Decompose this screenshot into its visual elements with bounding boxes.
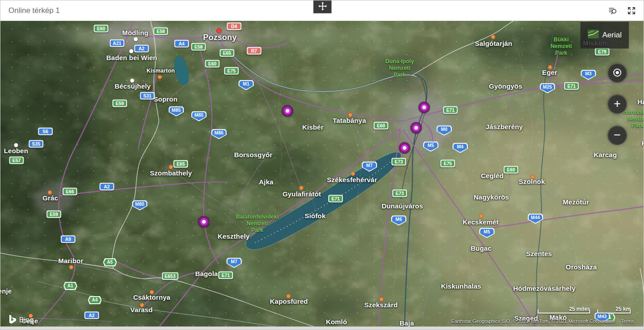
city-label: Grác bbox=[43, 194, 58, 202]
city-label: Kiskunhalas bbox=[441, 282, 482, 290]
city-label: Gyulafirátót bbox=[283, 190, 321, 198]
road-shield-label: A5 bbox=[104, 259, 116, 265]
road-shield: S35 bbox=[29, 140, 44, 148]
road-shield: M80 bbox=[132, 200, 147, 211]
widget-title: Online térkép 1 bbox=[8, 6, 60, 15]
road-shield-label: M7 bbox=[227, 259, 241, 267]
map-style-button[interactable]: Aerial bbox=[580, 22, 629, 49]
road-shield-label: M5 bbox=[480, 229, 494, 237]
city-dot bbox=[216, 28, 222, 33]
road-shield: M25 bbox=[540, 83, 555, 94]
map-pin-marker[interactable] bbox=[282, 106, 293, 116]
road-shield: E73 bbox=[392, 158, 406, 166]
road-shield: M3 bbox=[581, 70, 596, 80]
city-label: Salgótarján bbox=[475, 40, 512, 47]
road-shield: E653 bbox=[162, 273, 178, 280]
city-label: Baja bbox=[400, 319, 414, 327]
road-shield: E71 bbox=[443, 106, 458, 114]
road-shield: E60 bbox=[205, 60, 220, 68]
city-label: Orosháza bbox=[566, 263, 597, 271]
road-shield-label: M0 bbox=[437, 126, 451, 135]
scale-miles-bar bbox=[538, 311, 590, 314]
city-label: Komló bbox=[326, 318, 347, 326]
map-thumbnail-icon bbox=[587, 29, 599, 41]
city-dot bbox=[351, 171, 355, 176]
map-pin-marker[interactable] bbox=[399, 143, 410, 153]
city-dot bbox=[150, 290, 154, 294]
road-shield-label: M1 bbox=[239, 81, 253, 90]
road-shield-label: M44 bbox=[529, 215, 542, 223]
bing-logo-icon bbox=[8, 314, 16, 326]
road-shield: M0 bbox=[437, 126, 452, 136]
road-shield: A9 bbox=[61, 236, 76, 243]
road-shield: M85 bbox=[191, 111, 207, 122]
bing-logo-text: Bing bbox=[19, 316, 33, 324]
road-shield: M7 bbox=[362, 162, 377, 172]
city-label: Kecskemét bbox=[462, 218, 498, 226]
city-label: Ajka bbox=[259, 178, 274, 186]
road-shield: E65 bbox=[220, 49, 235, 57]
map-style-label: Aerial bbox=[602, 31, 621, 40]
road-shield: E58 bbox=[154, 28, 168, 35]
map-pin-marker[interactable] bbox=[411, 122, 421, 133]
city-dot bbox=[130, 79, 134, 83]
titlebar-icons bbox=[607, 5, 637, 16]
city-label: Nagykőrös bbox=[474, 193, 509, 201]
city-label: Borsosgyőr bbox=[234, 151, 272, 159]
locate-me-button[interactable] bbox=[608, 63, 627, 83]
road-shield: A21 bbox=[110, 40, 125, 47]
bing-logo[interactable]: Bing bbox=[8, 314, 33, 326]
city-label: Pozsony bbox=[203, 33, 236, 42]
road-shield-label: M4 bbox=[454, 144, 467, 152]
road-shield: E71 bbox=[219, 272, 233, 279]
city-label: Bugac bbox=[471, 244, 492, 252]
map-canvas[interactable]: MödlingBaden bei WienBécsújhelyPozsonyKi… bbox=[0, 21, 644, 327]
city-dot bbox=[134, 37, 138, 41]
city-label: Cegléd bbox=[481, 172, 503, 179]
zoom-in-button[interactable]: + bbox=[608, 94, 627, 114]
road-shield: A1 bbox=[64, 282, 77, 290]
drag-handle[interactable] bbox=[313, 0, 332, 13]
city-label: Maribor bbox=[58, 257, 83, 265]
city-dot bbox=[491, 35, 495, 39]
city-label: Eger bbox=[542, 69, 557, 76]
road-shield: A5 bbox=[103, 258, 117, 266]
city-label: Szekszárd bbox=[364, 301, 397, 309]
road-shield: E65 bbox=[174, 160, 188, 168]
park-label: Bükki Nemzeti Park bbox=[551, 37, 572, 56]
road-shield: E75 bbox=[441, 160, 455, 167]
city-dot bbox=[299, 186, 304, 190]
road-shield: M7 bbox=[227, 258, 242, 268]
terms-link[interactable]: Terms bbox=[621, 318, 634, 324]
city-label: enje bbox=[0, 287, 12, 295]
city-label: Kaposfüred bbox=[270, 297, 308, 305]
zoom-out-button[interactable]: − bbox=[608, 126, 627, 145]
minus-icon: − bbox=[614, 129, 621, 141]
road-shield: D4 bbox=[227, 23, 242, 30]
city-dot bbox=[348, 113, 352, 117]
map-pin-marker[interactable] bbox=[419, 102, 429, 113]
road-shield-label: M85 bbox=[192, 112, 206, 121]
road-shield: A2 bbox=[85, 312, 99, 319]
map-widget: Online térkép 1 bbox=[0, 0, 644, 330]
road-shield: A4 bbox=[174, 40, 189, 48]
search-data-icon[interactable] bbox=[607, 5, 619, 16]
plus-icon: + bbox=[614, 98, 621, 110]
road-shield: M5 bbox=[479, 228, 494, 238]
map-pin-marker[interactable] bbox=[198, 216, 209, 227]
focus-mode-icon[interactable] bbox=[626, 5, 637, 16]
city-dot bbox=[69, 265, 73, 269]
city-label: Csáktornya bbox=[133, 293, 170, 301]
road-shield: E79 bbox=[595, 48, 610, 56]
city-label: Leoben bbox=[4, 147, 28, 155]
city-dot bbox=[14, 143, 18, 147]
city-label: Siófok bbox=[304, 212, 325, 220]
road-shield: E73 bbox=[393, 190, 407, 197]
city-label: Mezőtúr bbox=[563, 198, 589, 206]
road-shield: E59 bbox=[113, 100, 127, 107]
city-dot bbox=[130, 49, 134, 53]
road-shield: S6 bbox=[38, 128, 53, 135]
city-label: Ha bbox=[637, 98, 644, 106]
locate-icon bbox=[612, 67, 623, 79]
city-label: H bbox=[641, 139, 644, 147]
